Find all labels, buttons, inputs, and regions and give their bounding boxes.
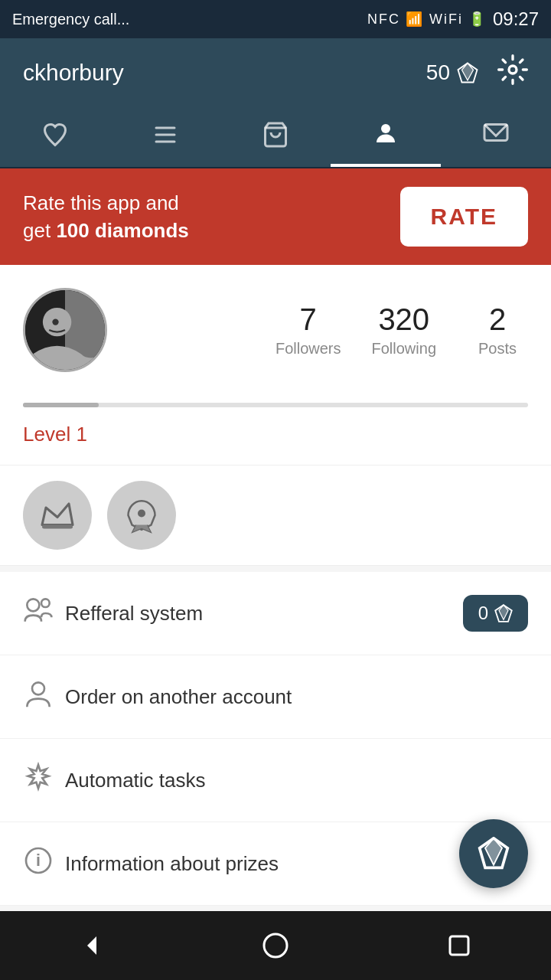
top-nav: ckhorbury 50 (0, 38, 551, 107)
level-label: Level 1 (23, 423, 87, 446)
progress-area (0, 395, 551, 407)
avatar-image (25, 290, 105, 370)
status-icons: NFC 📶 WiFi 🔋 (367, 11, 487, 28)
tab-likes[interactable] (0, 107, 110, 167)
tab-list[interactable] (110, 107, 220, 167)
following-label: Following (372, 340, 436, 358)
tab-messages[interactable] (441, 107, 551, 167)
heart-icon (41, 121, 69, 154)
status-bar: Emergency call... NFC 📶 WiFi 🔋 09:27 (0, 0, 551, 38)
auto-tasks-icon (23, 762, 65, 799)
status-bar-text: Emergency call... (12, 11, 129, 28)
diamonds-count: 50 (426, 60, 479, 85)
following-count: 320 (372, 302, 436, 337)
profile-top: 7 Followers 320 Following 2 Posts (23, 288, 528, 372)
rate-diamonds-highlight: 100 diamonds (56, 219, 188, 242)
svg-marker-13 (42, 504, 73, 525)
rate-button[interactable]: RATE (400, 187, 528, 247)
rocket-icon (122, 496, 161, 534)
profile-icon (372, 119, 399, 152)
followers-label: Followers (276, 340, 341, 358)
svg-rect-4 (155, 133, 176, 136)
tab-bar (0, 107, 551, 168)
posts-stat[interactable]: 2 Posts (467, 302, 528, 358)
order-label: Order on another account (65, 685, 528, 709)
diamond-icon (456, 61, 479, 84)
svg-point-16 (27, 599, 39, 611)
fab-button[interactable] (459, 819, 528, 888)
menu-item-auto-tasks[interactable]: Automatic tasks (0, 739, 551, 822)
svg-point-20 (32, 682, 44, 694)
svg-rect-3 (155, 126, 176, 129)
svg-point-26 (264, 934, 287, 957)
top-nav-right: 50 (426, 54, 528, 91)
referral-label: Refferal system (65, 602, 463, 626)
referral-badge: 0 (463, 595, 528, 632)
recents-button[interactable] (429, 915, 490, 976)
back-button[interactable] (61, 915, 122, 976)
avatar (23, 288, 107, 372)
tab-cart[interactable] (220, 107, 331, 167)
home-button[interactable] (245, 915, 306, 976)
profile-section: 7 Followers 320 Following 2 Posts (0, 265, 551, 395)
badges-section (0, 466, 551, 566)
recents-icon (445, 932, 473, 959)
status-time: 09:27 (493, 8, 539, 30)
posts-label: Posts (467, 340, 528, 358)
svg-rect-27 (450, 936, 468, 955)
order-icon (23, 678, 65, 715)
menu-item-order[interactable]: Order on another account (0, 655, 551, 739)
settings-button[interactable] (497, 54, 528, 91)
rate-banner-text: Rate this app and get 100 diamonds (23, 189, 385, 245)
home-icon (262, 932, 289, 959)
list-icon (152, 121, 179, 154)
crown-badge (23, 481, 92, 550)
referral-badge-count: 0 (478, 603, 488, 624)
auto-tasks-label: Automatic tasks (65, 769, 528, 792)
username-label: ckhorbury (23, 60, 124, 86)
rate-banner: Rate this app and get 100 diamonds RATE (0, 168, 551, 265)
svg-point-15 (138, 510, 145, 518)
rate-text-line2: get (23, 219, 56, 242)
status-bar-right: NFC 📶 WiFi 🔋 09:27 (367, 8, 539, 30)
messages-icon (482, 121, 510, 154)
rocket-badge (107, 481, 176, 550)
referral-icon (23, 595, 65, 632)
prizes-icon: i (23, 845, 65, 882)
diamonds-number: 50 (426, 60, 450, 85)
rate-text-line1: Rate this app and (23, 191, 179, 214)
svg-rect-14 (42, 525, 73, 529)
cart-icon (262, 121, 289, 154)
followers-stat[interactable]: 7 Followers (276, 302, 341, 358)
svg-marker-25 (87, 936, 96, 955)
menu-item-referral[interactable]: Refferal system 0 (0, 572, 551, 655)
svg-rect-5 (155, 140, 176, 142)
level-section: Level 1 (0, 407, 551, 466)
bottom-nav (0, 911, 551, 980)
fab-diamond-icon (477, 837, 510, 871)
followers-count: 7 (276, 302, 341, 337)
svg-point-17 (41, 599, 50, 607)
crown-icon (38, 496, 77, 534)
svg-point-7 (381, 124, 390, 133)
svg-text:i: i (36, 851, 41, 870)
gear-icon (497, 54, 528, 85)
following-stat[interactable]: 320 Following (372, 302, 436, 358)
referral-diamond-icon (494, 604, 513, 622)
stats-row: 7 Followers 320 Following 2 Posts (276, 302, 528, 358)
svg-point-2 (509, 66, 517, 74)
tab-profile[interactable] (331, 107, 441, 167)
svg-point-12 (52, 318, 58, 325)
back-icon (78, 932, 106, 959)
posts-count: 2 (467, 302, 528, 337)
